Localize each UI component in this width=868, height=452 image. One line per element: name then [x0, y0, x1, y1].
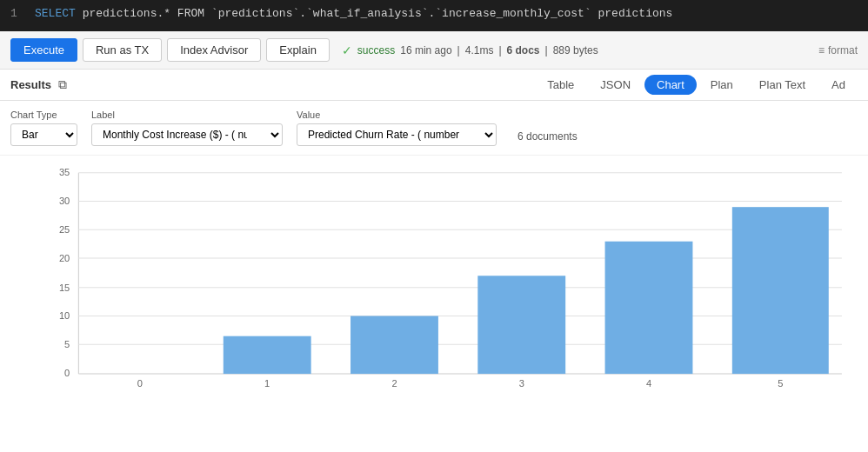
tab-plan[interactable]: Plan	[698, 75, 745, 95]
bar-5	[732, 207, 829, 374]
bar-4	[605, 242, 693, 374]
bar-2	[351, 316, 438, 375]
chart-controls: Chart Type Bar Line Pie Label Monthly Co…	[0, 101, 868, 156]
results-bar: Results ⧉ Table JSON Chart Plan Plan Tex…	[0, 70, 868, 101]
chart-type-select[interactable]: Bar Line Pie	[10, 123, 77, 146]
format-button[interactable]: ≡ format	[818, 44, 858, 56]
svg-text:25: 25	[59, 224, 70, 235]
svg-text:35: 35	[59, 168, 70, 178]
svg-text:4: 4	[646, 378, 651, 389]
run-as-tx-button[interactable]: Run as TX	[83, 38, 162, 62]
query-editor[interactable]: 1 SELECT predictions.* FROM `predictions…	[0, 0, 868, 31]
chart-type-label: Chart Type	[10, 110, 77, 120]
svg-text:15: 15	[59, 282, 70, 293]
svg-text:5: 5	[778, 378, 783, 389]
value-label: Value	[297, 110, 497, 120]
tab-chart[interactable]: Chart	[644, 75, 697, 95]
svg-text:3: 3	[519, 378, 524, 389]
toolbar: Execute Run as TX Index Advisor Explain …	[0, 31, 868, 70]
explain-button[interactable]: Explain	[266, 38, 330, 62]
tab-json[interactable]: JSON	[588, 75, 643, 95]
status-area: ✓ success 16 min ago | 4.1ms | 6 docs | …	[342, 43, 598, 57]
tab-plan-text[interactable]: Plan Text	[747, 75, 818, 95]
bytes-count: 889 bytes	[553, 44, 598, 56]
index-advisor-button[interactable]: Index Advisor	[167, 38, 261, 62]
label-select[interactable]: Monthly Cost Increase ($) - ( number )	[91, 123, 283, 146]
separator3: |	[545, 44, 548, 56]
format-icon: ≡	[818, 44, 825, 56]
execute-button[interactable]: Execute	[10, 38, 77, 62]
status-text: success	[357, 44, 395, 56]
value-group: Value Predicted Churn Rate - ( number )	[297, 110, 497, 146]
svg-text:10: 10	[59, 311, 70, 322]
chart-type-group: Chart Type Bar Line Pie	[10, 110, 77, 146]
svg-text:0: 0	[64, 368, 70, 378]
query-text: SELECT predictions.* FROM `predictions`.…	[35, 7, 672, 20]
bar-chart: 35 30 25 20 15 10 5 0 0 1 2 3	[43, 164, 851, 399]
copy-icon[interactable]: ⧉	[58, 77, 67, 92]
status-icon: ✓	[342, 43, 352, 57]
svg-text:30: 30	[59, 196, 70, 207]
tab-table[interactable]: Table	[535, 75, 586, 95]
format-label: format	[828, 44, 858, 56]
view-tabs: Table JSON Chart Plan Plan Text Ad	[535, 75, 858, 95]
svg-text:2: 2	[391, 378, 397, 389]
label-group: Label Monthly Cost Increase ($) - ( numb…	[91, 110, 283, 146]
doc-count: 6 documents	[517, 130, 578, 146]
docs-count: 6 docs	[507, 44, 540, 56]
chart-area: 35 30 25 20 15 10 5 0 0 1 2 3	[0, 156, 868, 425]
separator: |	[457, 44, 460, 56]
value-select[interactable]: Predicted Churn Rate - ( number )	[297, 123, 497, 146]
bar-1	[224, 336, 311, 374]
svg-text:20: 20	[59, 253, 70, 263]
separator2: |	[498, 44, 501, 56]
results-label: Results	[10, 78, 51, 91]
bar-3	[477, 276, 565, 374]
time-ago: 16 min ago	[400, 44, 451, 56]
svg-text:1: 1	[264, 378, 270, 389]
svg-text:5: 5	[64, 339, 70, 349]
duration: 4.1ms	[465, 44, 494, 56]
svg-text:0: 0	[137, 378, 143, 389]
tab-ad[interactable]: Ad	[819, 75, 858, 95]
label-label: Label	[91, 110, 283, 120]
line-number: 1	[10, 7, 21, 20]
